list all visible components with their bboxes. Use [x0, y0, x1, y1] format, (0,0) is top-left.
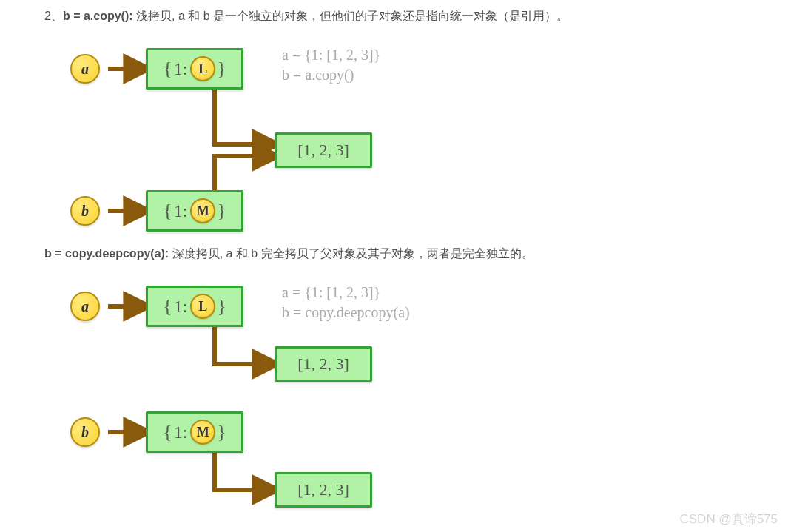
deep-copy-heading: b = copy.deepcopy(a): 深度拷贝, a 和 b 完全拷贝了父…	[44, 246, 747, 262]
var-a-circle: a	[70, 54, 100, 84]
deep-list-a-box: [1, 2, 3]	[275, 346, 372, 382]
heading-prefix: 2、	[44, 10, 63, 22]
var-b-circle: b	[70, 196, 100, 226]
deep-dict-b-close: }	[217, 421, 226, 443]
deep-dict-b-box: { 1: M }	[146, 411, 243, 453]
deep-ref-l-circle: L	[190, 294, 215, 319]
note1-line1: a = {1: [1, 2, 3]}	[282, 45, 380, 65]
var-b-label: b	[81, 203, 89, 220]
heading-rest: 浅拷贝, a 和 b 是一个独立的对象，但他们的子对象还是指向统一对象（是引用）…	[136, 10, 568, 22]
deep-dict-a-close: }	[217, 295, 226, 317]
deep-dict-a-key: 1:	[174, 297, 188, 317]
note2-line2: b = copy.deepcopy(a)	[282, 303, 410, 323]
deep-dict-a-open: {	[163, 295, 172, 317]
deep-code-note: a = {1: [1, 2, 3]} b = copy.deepcopy(a)	[282, 283, 410, 323]
dict-b-box: { 1: M }	[146, 190, 243, 232]
dict-a-box: { 1: L }	[146, 48, 243, 90]
dict-b-key: 1:	[174, 201, 188, 221]
shallow-copy-heading: 2、b = a.copy(): 浅拷贝, a 和 b 是一个独立的对象，但他们的…	[44, 9, 747, 24]
deep-copy-diagram: a { 1: L } [1, 2, 3] b { 1: M } [1, 2, 3…	[70, 277, 747, 521]
shared-list-box: [1, 2, 3]	[275, 132, 372, 168]
ref-l-label: L	[198, 61, 207, 77]
deep-dict-a-box: { 1: L }	[146, 286, 243, 327]
dict-b-open: {	[163, 200, 172, 222]
heading-bold: b = a.copy():	[63, 10, 136, 22]
dict-a-open: {	[163, 58, 172, 80]
shared-list-content: [1, 2, 3]	[297, 141, 349, 160]
deep-list-a-content: [1, 2, 3]	[297, 354, 349, 374]
dict-b-close: }	[217, 200, 226, 222]
deep-ref-m-label: M	[197, 425, 209, 440]
dict-a-key: 1:	[174, 59, 188, 79]
ref-m-circle: M	[190, 198, 215, 223]
heading2-rest: 深度拷贝, a 和 b 完全拷贝了父对象及其子对象，两者是完全独立的。	[172, 247, 533, 260]
deep-var-b-label: b	[81, 424, 89, 441]
deep-dict-b-open: {	[163, 421, 172, 443]
deep-list-b-content: [1, 2, 3]	[297, 480, 349, 499]
shallow-copy-diagram: a { 1: L } b { 1: M } [1, 2, 3] a = {1: …	[70, 39, 747, 246]
deep-var-b-circle: b	[70, 417, 100, 447]
deep-ref-m-circle: M	[190, 420, 215, 445]
deep-var-a-label: a	[81, 298, 89, 315]
var-a-label: a	[81, 61, 89, 78]
dict-a-close: }	[217, 58, 226, 80]
ref-l-circle: L	[190, 56, 215, 81]
heading2-bold: b = copy.deepcopy(a):	[44, 247, 172, 260]
note1-line2: b = a.copy()	[282, 65, 380, 85]
note2-line1: a = {1: [1, 2, 3]}	[282, 283, 410, 303]
deep-dict-b-key: 1:	[174, 422, 188, 442]
deep-list-b-box: [1, 2, 3]	[275, 472, 372, 508]
ref-m-label: M	[197, 203, 209, 219]
deep-var-a-circle: a	[70, 292, 100, 321]
deep-ref-l-label: L	[198, 299, 207, 314]
shallow-code-note: a = {1: [1, 2, 3]} b = a.copy()	[282, 45, 380, 85]
